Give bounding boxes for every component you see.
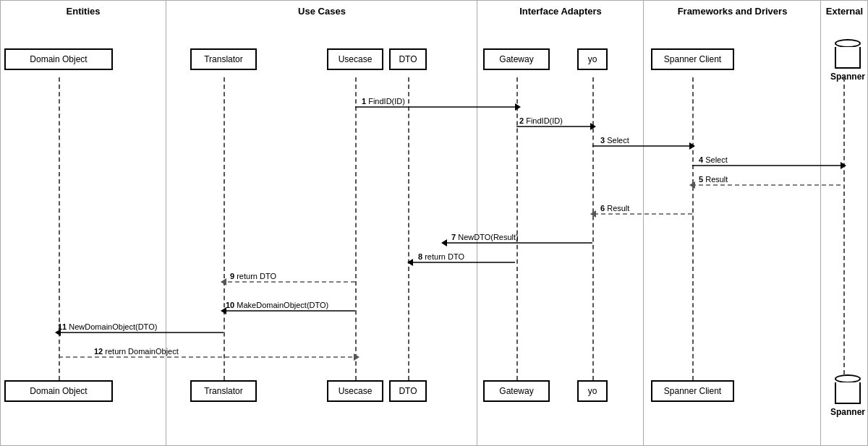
translator-top-box: Translator: [190, 48, 257, 70]
dto-top-box: DTO: [389, 48, 427, 70]
spanner-client-top-box: Spanner Client: [651, 48, 734, 70]
domain-object-top-box: Domain Object: [4, 48, 113, 70]
spanner-top-cylinder: Spanner: [830, 39, 865, 82]
yo-top-box: yo: [577, 48, 608, 70]
yo-lifeline: [592, 77, 594, 380]
gateway-lifeline: [516, 77, 518, 380]
usecase-top-box: Usecase: [327, 48, 383, 70]
translator-lifeline: [224, 77, 225, 380]
interface-adapters-header: Interface Adapters: [477, 6, 644, 17]
spanner-lifeline: [843, 77, 845, 374]
usecase-bot-box: Usecase: [327, 380, 383, 402]
spanner-client-bot-box: Spanner Client: [651, 380, 734, 402]
spanner-client-lifeline: [692, 77, 694, 380]
translator-bot-box: Translator: [190, 380, 257, 402]
usecases-header: Use Cases: [166, 6, 477, 17]
external-header: External: [821, 6, 868, 17]
dto-bot-box: DTO: [389, 380, 427, 402]
gateway-top-box: Gateway: [483, 48, 550, 70]
entities-header: Entities: [0, 6, 166, 17]
domain-obj-lifeline: [59, 77, 60, 380]
usecase-lifeline: [355, 77, 357, 380]
domain-object-bot-box: Domain Object: [4, 380, 113, 402]
spanner-bot-cylinder: Spanner: [830, 374, 865, 417]
gateway-bot-box: Gateway: [483, 380, 550, 402]
dto-lifeline: [408, 77, 409, 380]
yo-bot-box: yo: [577, 380, 608, 402]
frameworks-header: Frameworks and Drivers: [644, 6, 821, 17]
sequence-diagram: Entities Use Cases Interface Adapters Fr…: [0, 0, 868, 446]
